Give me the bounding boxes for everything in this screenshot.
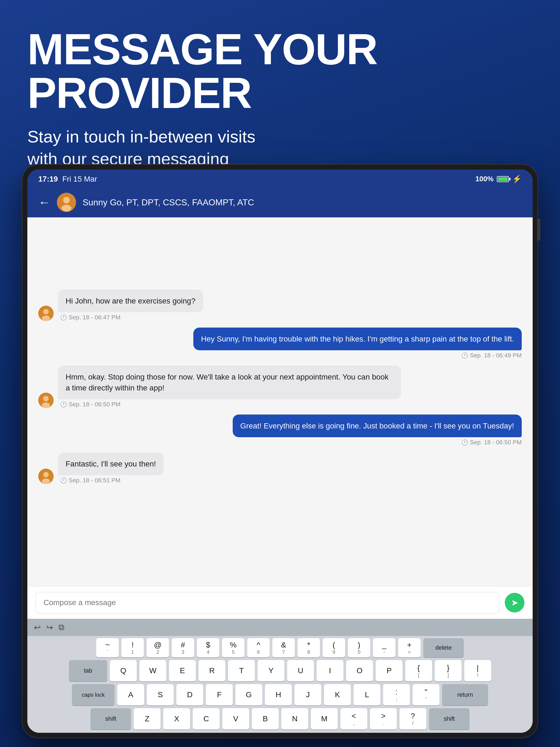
- msg-bubble: Fantastic, I'll see you then!: [58, 453, 164, 475]
- kbd-key-s[interactable]: S: [147, 684, 174, 705]
- msg-content: Hmm, okay. Stop doing those for now. We'…: [58, 366, 401, 408]
- clock-icon: 🕐: [60, 401, 67, 408]
- kbd-key-bracket-open[interactable]: {[: [405, 660, 432, 681]
- kbd-key-f[interactable]: F: [206, 684, 233, 705]
- msg-time: 🕐 Sep. 18 - 06:51 PM: [58, 477, 164, 484]
- kbd-key-3[interactable]: #3: [172, 638, 194, 657]
- kbd-key-c[interactable]: C: [193, 708, 220, 729]
- battery-icon: [497, 176, 509, 182]
- kbd-key-a[interactable]: A: [117, 684, 144, 705]
- svg-point-4: [43, 309, 49, 314]
- kbd-key-v[interactable]: V: [222, 708, 249, 729]
- compose-input[interactable]: [35, 592, 499, 613]
- svg-point-1: [63, 197, 70, 203]
- kbd-key-8[interactable]: *8: [298, 638, 320, 657]
- tablet-side-button: [537, 219, 540, 241]
- msg-bubble: Hi John, how are the exercises going?: [58, 289, 203, 312]
- message-row: Great! Everything else is going fine. Ju…: [233, 414, 522, 446]
- kbd-key-minus[interactable]: _-: [373, 638, 396, 657]
- kbd-key-p[interactable]: P: [376, 660, 403, 681]
- kbd-key-o[interactable]: O: [346, 660, 373, 681]
- back-button[interactable]: ←: [38, 196, 50, 209]
- kbd-key-u[interactable]: U: [287, 660, 314, 681]
- msg-time: 🕐 Sep. 18 - 06:50 PM: [58, 401, 401, 408]
- battery-percent: 100%: [476, 175, 494, 183]
- redo-button[interactable]: ↪: [46, 623, 53, 632]
- kbd-key-d[interactable]: D: [176, 684, 203, 705]
- msg-content: Hey Sunny, I'm having trouble with the h…: [193, 328, 522, 359]
- kbd-key-shift-left[interactable]: shift: [91, 708, 131, 729]
- msg-content: Hi John, how are the exercises going? 🕐 …: [58, 289, 203, 321]
- msg-time: 🕐 Sep. 18 - 06:49 PM: [461, 352, 522, 359]
- kbd-row-numbers: ~` !1 @2 #3 $4 %5 ^6 &7 *8 (9 )0 _- += d…: [30, 638, 530, 657]
- kbd-key-7[interactable]: &7: [272, 638, 295, 657]
- kbd-key-comma[interactable]: <,: [340, 708, 367, 729]
- kbd-key-9[interactable]: (9: [323, 638, 345, 657]
- kbd-key-l[interactable]: L: [354, 684, 380, 705]
- kbd-key-t[interactable]: T: [228, 660, 255, 681]
- kbd-row-asdf: caps lock A S D F G H J K L :; "' return: [30, 684, 530, 705]
- kbd-key-1[interactable]: !1: [121, 638, 144, 657]
- compose-area: ➤: [27, 586, 533, 619]
- kbd-key-m[interactable]: M: [311, 708, 338, 729]
- message-row: Fantastic, I'll see you then! 🕐 Sep. 18 …: [38, 453, 164, 484]
- kbd-key-h[interactable]: H: [265, 684, 292, 705]
- kbd-key-i[interactable]: I: [316, 660, 343, 681]
- kbd-key-b[interactable]: B: [252, 708, 279, 729]
- keyboard: ↩ ↪ ⧉ ~` !1 @2 #3 $4 %5 ^6 &7: [27, 619, 533, 733]
- app-nav: ← Sunny Go, PT, DPT, CSCS, FAAOMPT, ATC: [27, 187, 533, 217]
- message-row: Hmm, okay. Stop doing those for now. We'…: [38, 366, 401, 408]
- message-row: Hi John, how are the exercises going? 🕐 …: [38, 289, 203, 321]
- kbd-key-0[interactable]: )0: [348, 638, 370, 657]
- chat-spacer: [38, 228, 522, 283]
- kbd-key-bracket-close[interactable]: }]: [435, 660, 462, 681]
- kbd-key-n[interactable]: N: [281, 708, 308, 729]
- tablet-container: 17:19 Fri 15 Mar 100% ⚡ ←: [22, 164, 538, 747]
- msg-time: 🕐 Sep. 18 - 06:50 PM: [461, 439, 522, 446]
- svg-point-11: [42, 479, 50, 484]
- kbd-key-semicolon[interactable]: :;: [383, 684, 410, 705]
- status-time: 17:19: [38, 175, 58, 183]
- kbd-key-g[interactable]: G: [235, 684, 262, 705]
- kbd-key-w[interactable]: W: [139, 660, 166, 681]
- kbd-key-r[interactable]: R: [199, 660, 225, 681]
- kbd-key-period[interactable]: >.: [370, 708, 397, 729]
- msg-avatar: [38, 306, 54, 321]
- send-button[interactable]: ➤: [505, 593, 525, 613]
- kbd-key-e[interactable]: E: [169, 660, 196, 681]
- tablet: 17:19 Fri 15 Mar 100% ⚡ ←: [22, 164, 538, 738]
- caps-lock-key[interactable]: caps lock: [72, 684, 114, 705]
- kbd-key-q[interactable]: Q: [110, 660, 137, 681]
- msg-content: Fantastic, I'll see you then! 🕐 Sep. 18 …: [58, 453, 164, 484]
- msg-avatar: [38, 393, 54, 408]
- kbd-key-shift-right[interactable]: shift: [429, 708, 469, 729]
- undo-button[interactable]: ↩: [34, 623, 41, 632]
- status-left: 17:19 Fri 15 Mar: [38, 175, 97, 183]
- kbd-key-x[interactable]: X: [163, 708, 190, 729]
- clipboard-button[interactable]: ⧉: [58, 623, 64, 632]
- kbd-key-y[interactable]: Y: [258, 660, 284, 681]
- kbd-key-quote[interactable]: "': [413, 684, 439, 705]
- svg-point-7: [43, 396, 49, 402]
- kbd-key-backslash[interactable]: |\: [464, 660, 491, 681]
- kbd-key-6[interactable]: ^6: [247, 638, 270, 657]
- send-icon: ➤: [511, 597, 518, 608]
- msg-bubble: Hey Sunny, I'm having trouble with the h…: [193, 328, 522, 350]
- kbd-key-slash[interactable]: ?/: [400, 708, 426, 729]
- status-bar: 17:19 Fri 15 Mar 100% ⚡: [27, 170, 533, 187]
- svg-point-10: [43, 472, 49, 478]
- kbd-key-return[interactable]: return: [442, 684, 488, 705]
- kbd-key-5[interactable]: %5: [222, 638, 245, 657]
- kbd-key-tilde[interactable]: ~`: [96, 638, 119, 657]
- status-date: Fri 15 Mar: [62, 175, 97, 183]
- kbd-key-2[interactable]: @2: [147, 638, 169, 657]
- kbd-key-k[interactable]: K: [324, 684, 351, 705]
- kbd-key-j[interactable]: J: [295, 684, 321, 705]
- kbd-key-4[interactable]: $4: [197, 638, 219, 657]
- kbd-key-tab[interactable]: tab: [69, 660, 107, 681]
- msg-time: 🕐 Sep. 18 - 06:47 PM: [58, 314, 203, 321]
- kbd-key-delete[interactable]: delete: [423, 638, 464, 657]
- svg-point-8: [42, 403, 50, 408]
- kbd-key-z[interactable]: Z: [134, 708, 160, 729]
- kbd-key-equals[interactable]: +=: [398, 638, 421, 657]
